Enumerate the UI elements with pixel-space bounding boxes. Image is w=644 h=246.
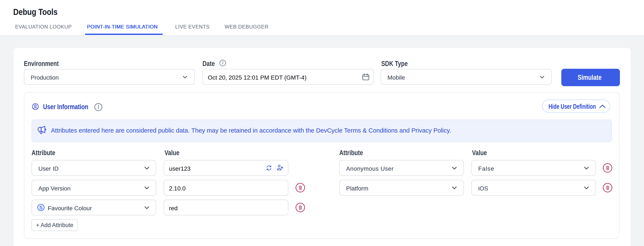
svg-text:S: S <box>39 205 42 211</box>
